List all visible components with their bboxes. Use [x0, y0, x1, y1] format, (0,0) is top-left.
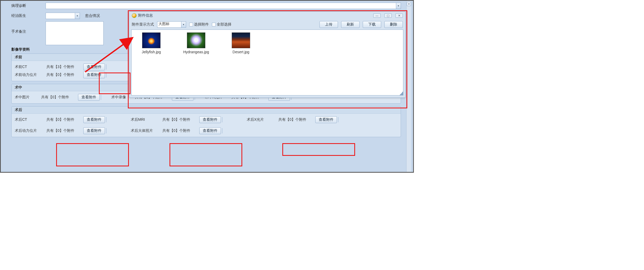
- display-mode-combo[interactable]: 大图标 ▾: [157, 21, 186, 28]
- att-count: 共有【0】个附件: [46, 117, 83, 122]
- remarks-textarea[interactable]: [46, 21, 104, 45]
- delete-button[interactable]: 删除: [384, 21, 403, 28]
- annotation-box-postop-2: [170, 143, 242, 166]
- app-window: ▾ 病理诊断 ▾ 经治医生 ▾ 愈合情况 手术备注 影像学资料 术前: [0, 0, 414, 173]
- att-row-postop-mri: 术后MRI 共有【0】个附件 查看附件: [131, 116, 239, 123]
- separator-icon: [106, 64, 106, 70]
- att-label: 术后CT: [15, 117, 46, 122]
- thumbnail-icon: [142, 32, 161, 48]
- separator-icon: [106, 128, 106, 133]
- thumbnail-icon: [187, 32, 205, 48]
- view-attachment-button[interactable]: 查看附件: [83, 71, 105, 78]
- file-item[interactable]: Hydrangeas.jpg: [179, 32, 213, 54]
- view-attachment-button[interactable]: 查看附件: [83, 116, 105, 123]
- att-count: 共有【0】个附件: [278, 117, 315, 122]
- att-row-intraop-img: 术中图片 共有【0】个附件 查看附件: [15, 94, 102, 101]
- att-count: 共有【0】个附件: [162, 128, 199, 133]
- minimize-button[interactable]: —: [373, 13, 381, 18]
- checkbox-icon[interactable]: [189, 23, 193, 26]
- chevron-down-icon[interactable]: ▾: [181, 22, 186, 27]
- att-count: 共有【0】个附件: [46, 73, 83, 77]
- view-attachment-button[interactable]: 查看附件: [199, 116, 221, 123]
- att-label: 术前动力位片: [15, 73, 46, 77]
- view-attachment-button[interactable]: 查看附件: [83, 64, 105, 70]
- dialog-titlebar[interactable]: 附件信息 — ▢ ✕: [129, 12, 405, 20]
- close-button[interactable]: ✕: [395, 13, 403, 18]
- doctor-combo[interactable]: ▾: [46, 13, 80, 19]
- dialog-body: Jellyfish.jpg Hydrangeas.jpg Desert.jpg: [131, 30, 403, 95]
- resize-grip-icon[interactable]: [399, 91, 403, 95]
- att-count: 共有【3】个附件: [46, 65, 83, 69]
- att-label: 术后X光片: [247, 117, 278, 122]
- view-attachment-button[interactable]: 查看附件: [83, 127, 105, 134]
- dialog-title-text: 附件信息: [138, 13, 153, 18]
- att-label: 术后动力位片: [15, 128, 46, 133]
- vertical-scrollbar[interactable]: ▾: [406, 1, 411, 172]
- att-label: 术后MRI: [131, 117, 162, 122]
- group-postop: 术后 术后CT 共有【0】个附件 查看附件 术后MRI 共有【0】个附件 查看附…: [11, 106, 401, 137]
- file-item[interactable]: Jellyfish.jpg: [134, 32, 168, 54]
- separator-icon: [338, 117, 338, 122]
- checkbox-icon[interactable]: [212, 23, 216, 26]
- row-pathology: 病理诊断 ▾: [11, 1, 401, 11]
- file-name: Desert.jpg: [224, 50, 258, 54]
- separator-icon: [106, 72, 106, 78]
- file-name: Jellyfish.jpg: [134, 50, 168, 54]
- att-label: 术前CT: [15, 65, 46, 69]
- remarks-label: 手术备注: [11, 21, 46, 34]
- scroll-down-icon[interactable]: ▾: [407, 2, 411, 6]
- upload-button[interactable]: 上传: [319, 21, 338, 28]
- pathology-label: 病理诊断: [11, 3, 46, 8]
- dialog-toolbar: 附件显示方式 大图标 ▾ 选择附件 全部选择 上传 刷新 下载 删除: [129, 20, 405, 30]
- select-all-check[interactable]: 全部选择: [212, 22, 231, 27]
- att-row-postop-dynamic: 术后动力位片 共有【0】个附件 查看附件: [15, 127, 123, 134]
- view-attachment-button[interactable]: 查看附件: [315, 116, 337, 123]
- att-row-postop-photo: 术后大体照片 共有【0】个附件 查看附件: [131, 127, 239, 134]
- chevron-down-icon[interactable]: ▾: [75, 13, 80, 19]
- attachment-dialog: 附件信息 — ▢ ✕ 附件显示方式 大图标 ▾ 选择附件 全部选择 上传 刷新 …: [129, 11, 406, 98]
- separator-icon: [101, 95, 101, 100]
- pathology-combo[interactable]: ▾: [46, 3, 401, 9]
- separator-icon: [222, 128, 222, 133]
- view-attachment-button[interactable]: 查看附件: [199, 127, 221, 134]
- select-all-label: 全部选择: [217, 22, 231, 26]
- window-controls: — ▢ ✕: [373, 13, 403, 18]
- att-row-postop-xray: 术后X光片 共有【0】个附件 查看附件: [247, 116, 355, 123]
- separator-icon: [222, 117, 222, 122]
- group-postop-body: 术后CT 共有【0】个附件 查看附件 术后MRI 共有【0】个附件 查看附件 术…: [12, 114, 401, 137]
- thumbnail-icon: [232, 32, 250, 48]
- select-attachment-check[interactable]: 选择附件: [189, 22, 209, 27]
- maximize-button[interactable]: ▢: [384, 13, 392, 18]
- display-mode-label: 附件显示方式: [132, 22, 154, 27]
- separator-icon: [106, 117, 106, 122]
- att-count: 共有【0】个附件: [162, 117, 199, 122]
- select-attachment-label: 选择附件: [194, 22, 209, 26]
- chevron-down-icon[interactable]: ▾: [396, 3, 401, 9]
- annotation-box-postop-1: [56, 143, 129, 166]
- att-count: 共有【0】个附件: [41, 95, 78, 100]
- att-count: 共有【0】个附件: [46, 128, 83, 133]
- group-postop-header: 术后: [12, 107, 401, 114]
- view-attachment-button[interactable]: 查看附件: [78, 94, 100, 101]
- user-icon: [132, 13, 137, 18]
- healing-label: 愈合情况: [85, 13, 100, 18]
- file-item[interactable]: Desert.jpg: [224, 32, 258, 54]
- download-button[interactable]: 下载: [363, 21, 381, 28]
- annotation-box-postop-3: [282, 143, 355, 156]
- refresh-button[interactable]: 刷新: [341, 21, 360, 28]
- att-row-postop-ct: 术后CT 共有【0】个附件 查看附件: [15, 116, 123, 123]
- att-label: 术中图片: [15, 95, 41, 100]
- doctor-label: 经治医生: [11, 13, 46, 18]
- file-name: Hydrangeas.jpg: [179, 50, 213, 54]
- att-label: 术后大体照片: [131, 128, 162, 133]
